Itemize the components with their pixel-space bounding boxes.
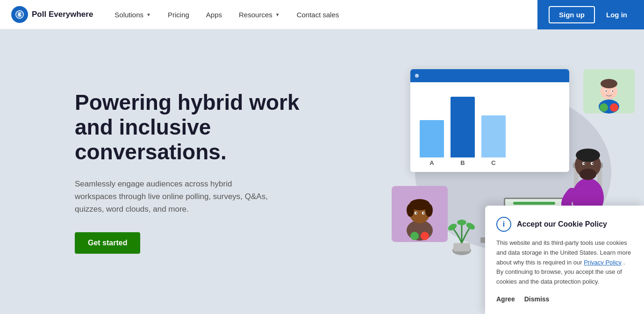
- svg-point-10: [423, 213, 425, 214]
- svg-point-23: [580, 169, 596, 180]
- logo-icon: [11, 6, 28, 23]
- video-btn-red: [421, 232, 429, 240]
- person1-video-card: [392, 186, 448, 242]
- nav-apps[interactable]: Apps: [200, 7, 229, 22]
- person1-video-buttons: [410, 232, 429, 240]
- video-btn-green2: [600, 103, 608, 112]
- nav-pricing[interactable]: Pricing: [161, 7, 196, 22]
- hero-title: Powering hybrid work and inclusive conve…: [75, 90, 308, 164]
- chevron-down-icon: ▼: [146, 12, 151, 17]
- svg-point-16: [606, 91, 607, 92]
- bar-c: [481, 115, 506, 157]
- privacy-policy-link[interactable]: Privacy Policy: [584, 259, 622, 266]
- svg-point-24: [576, 149, 600, 162]
- bar-group-a: A: [420, 120, 444, 166]
- cookie-body: This website and its third-party tools u…: [496, 238, 633, 287]
- bar-b-label: B: [460, 159, 465, 166]
- svg-point-28: [592, 163, 594, 164]
- svg-point-9: [416, 213, 417, 214]
- svg-point-27: [584, 163, 585, 164]
- chart-window: A B C: [410, 69, 569, 172]
- nav-contact[interactable]: Contact sales: [290, 7, 346, 22]
- bar-group-b: B: [451, 97, 475, 166]
- plant: [448, 219, 476, 256]
- person2-video-buttons: [600, 103, 618, 112]
- nav-links: Solutions ▼ Pricing Apps Resources ▼ Con…: [108, 7, 537, 22]
- svg-point-13: [601, 79, 617, 88]
- bar-group-c: C: [481, 115, 506, 166]
- video-btn-red2: [610, 103, 618, 112]
- cookie-header: i Accept our Cookie Policy: [496, 217, 633, 232]
- login-button[interactable]: Log in: [601, 7, 633, 22]
- cookie-banner: i Accept our Cookie Policy This website …: [485, 206, 644, 314]
- get-started-button[interactable]: Get started: [75, 232, 140, 254]
- svg-point-36: [465, 221, 476, 231]
- dismiss-button[interactable]: Dismiss: [524, 295, 550, 303]
- cookie-title: Accept our Cookie Policy: [517, 220, 607, 228]
- nav-actions: Sign up Log in: [537, 0, 644, 29]
- chevron-down-icon: ▼: [275, 12, 280, 17]
- svg-point-35: [457, 220, 466, 225]
- cookie-actions: Agree Dismiss: [496, 295, 633, 303]
- svg-point-34: [448, 222, 458, 232]
- video-btn-green: [410, 232, 419, 240]
- nav-resources[interactable]: Resources ▼: [232, 7, 286, 22]
- agree-button[interactable]: Agree: [496, 295, 515, 303]
- nav-solutions[interactable]: Solutions ▼: [108, 7, 157, 22]
- person2-video-card: [583, 69, 635, 114]
- svg-point-6: [425, 204, 433, 217]
- hero-subtitle: Seamlessly engage audiences across hybri…: [75, 178, 276, 216]
- signup-button[interactable]: Sign up: [549, 6, 595, 23]
- bar-a-label: A: [429, 159, 434, 166]
- chart-body: A B C: [410, 82, 569, 172]
- hero-content: Powering hybrid work and inclusive conve…: [75, 90, 308, 254]
- logo-link[interactable]: Poll Everywhere: [11, 6, 93, 23]
- bar-a: [420, 120, 444, 157]
- bar-b: [451, 97, 475, 157]
- svg-point-17: [612, 91, 613, 92]
- navbar: Poll Everywhere Solutions ▼ Pricing Apps…: [0, 0, 644, 29]
- chart-titlebar: [410, 69, 569, 82]
- svg-point-5: [407, 204, 414, 217]
- svg-rect-33: [453, 243, 470, 251]
- bars-area: A B C: [420, 90, 560, 166]
- bar-c-label: C: [491, 159, 495, 166]
- logo-text: Poll Everywhere: [32, 10, 93, 19]
- titlebar-dot: [415, 74, 419, 78]
- info-icon: i: [496, 217, 511, 232]
